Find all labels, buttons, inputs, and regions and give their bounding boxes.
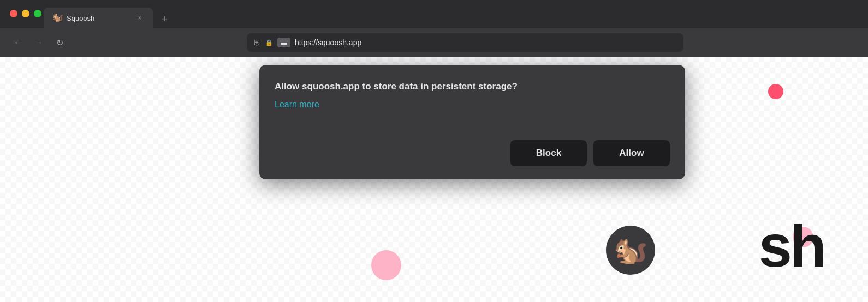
allow-button[interactable]: Allow: [593, 140, 670, 166]
squoosh-wordmark: sh: [759, 211, 824, 280]
refresh-button[interactable]: ↻: [50, 33, 69, 52]
permission-dialog: Allow squoosh.app to store data in persi…: [259, 65, 685, 179]
maximize-button[interactable]: [34, 10, 41, 17]
forward-button[interactable]: →: [29, 33, 48, 52]
nav-bar: ← → ↻ ⛨ 🔒 ▬ https://squoosh.app: [0, 28, 868, 57]
lock-icon: 🔒: [265, 39, 273, 46]
dialog-message: Allow squoosh.app to store data in persi…: [275, 80, 670, 93]
traffic-lights: [10, 10, 41, 17]
shield-icon: ⛨: [253, 38, 261, 47]
learn-more-link[interactable]: Learn more: [275, 100, 319, 110]
close-button[interactable]: [10, 10, 17, 17]
tab-title: Squoosh: [67, 14, 131, 22]
new-tab-button[interactable]: +: [155, 10, 174, 28]
main-content: 🐿️ sh Allow squoosh.app to store data in…: [0, 57, 868, 302]
forward-icon: →: [34, 38, 43, 47]
minimize-button[interactable]: [22, 10, 29, 17]
back-icon: ←: [14, 38, 22, 47]
browser-chrome: 🐿️ Squoosh × + ← → ↻ ⛨ 🔒 ▬ https://squoo…: [0, 0, 868, 57]
decorative-blob-2: [371, 250, 401, 280]
squoosh-logo: 🐿️: [606, 226, 655, 275]
tab-close-button[interactable]: ×: [135, 14, 144, 22]
address-bar[interactable]: ⛨ 🔒 ▬ https://squoosh.app: [247, 33, 683, 52]
tab-bar: 🐿️ Squoosh × +: [0, 0, 868, 28]
refresh-icon: ↻: [56, 38, 63, 48]
site-info-icon[interactable]: ▬: [277, 38, 290, 47]
tab-favicon: 🐿️: [52, 13, 62, 23]
decorative-blob-1: [768, 84, 783, 99]
back-button[interactable]: ←: [9, 33, 27, 52]
active-tab[interactable]: 🐿️ Squoosh ×: [44, 8, 153, 28]
block-button[interactable]: Block: [510, 140, 587, 166]
dialog-actions: Block Allow: [275, 140, 670, 166]
url-text: https://squoosh.app: [295, 38, 677, 47]
